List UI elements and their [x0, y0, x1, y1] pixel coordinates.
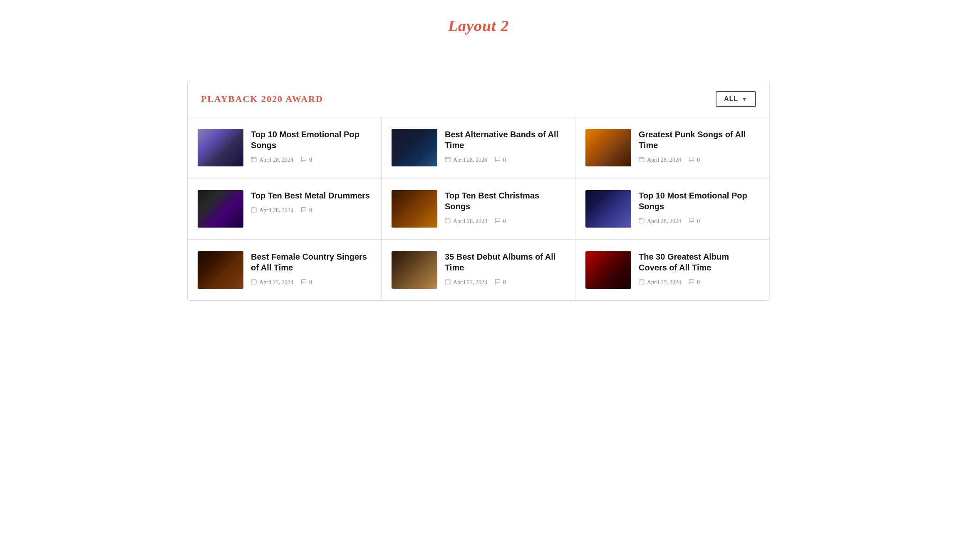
- calendar-icon: [639, 156, 645, 164]
- calendar-icon: [251, 279, 257, 286]
- article-comments: 0: [495, 156, 506, 164]
- article-date: April 28, 2024: [251, 207, 293, 214]
- article-date: April 27, 2024: [639, 279, 681, 286]
- calendar-icon: [445, 156, 451, 164]
- calendar-icon: [445, 279, 451, 286]
- article-card[interactable]: Top Ten Best Metal Drummers April 28, 20…: [188, 178, 382, 240]
- article-thumbnail: [585, 251, 631, 289]
- article-comments: 0: [689, 156, 700, 164]
- article-card[interactable]: 35 Best Debut Albums of All Time April 2…: [382, 240, 575, 300]
- calendar-icon: [251, 156, 257, 164]
- svg-rect-24: [251, 280, 256, 284]
- article-date: April 28, 2024: [445, 156, 487, 164]
- articles-grid: Top 10 Most Emotional Pop Songs April 28…: [188, 117, 769, 300]
- svg-rect-0: [251, 157, 256, 162]
- calendar-icon: [251, 207, 257, 214]
- article-comments: 0: [301, 156, 312, 164]
- article-title: Top Ten Best Christmas Songs: [445, 190, 565, 212]
- comment-icon: [689, 279, 694, 286]
- article-comments: 0: [689, 218, 700, 225]
- article-date: April 28, 2024: [639, 218, 681, 225]
- article-title: Top 10 Most Emotional Pop Songs: [251, 129, 371, 151]
- article-meta: April 27, 2024 0: [445, 279, 565, 286]
- calendar-icon: [445, 218, 451, 225]
- article-title: 35 Best Debut Albums of All Time: [445, 251, 565, 273]
- section-header: PLAYBACK 2020 AWARD ALL ▼: [188, 81, 769, 117]
- article-content: Top 10 Most Emotional Pop Songs April 28…: [251, 129, 371, 164]
- article-meta: April 27, 2024 0: [251, 279, 371, 286]
- article-title: Greatest Punk Songs of All Time: [639, 129, 759, 151]
- article-content: Best Female Country Singers of All Time …: [251, 251, 371, 286]
- svg-rect-28: [445, 280, 450, 284]
- comment-icon: [689, 156, 694, 164]
- article-content: Top Ten Best Christmas Songs April 28, 2…: [445, 190, 565, 225]
- svg-rect-12: [251, 208, 256, 212]
- article-thumbnail: [585, 129, 631, 166]
- article-card[interactable]: Top 10 Most Emotional Pop Songs April 28…: [575, 178, 769, 240]
- article-thumbnail: [392, 190, 437, 228]
- article-card[interactable]: Greatest Punk Songs of All Time April 28…: [575, 117, 769, 178]
- article-title: Top Ten Best Metal Drummers: [251, 190, 371, 201]
- article-thumbnail: [392, 129, 437, 166]
- chevron-down-icon: ▼: [741, 96, 748, 102]
- article-title: Best Female Country Singers of All Time: [251, 251, 371, 273]
- article-card[interactable]: The 30 Greatest Album Covers of All Time…: [575, 240, 769, 300]
- article-date: April 28, 2024: [251, 156, 293, 164]
- article-thumbnail: [198, 251, 243, 289]
- section-wrapper: PLAYBACK 2020 AWARD ALL ▼ Top 10 Most Em…: [187, 81, 770, 301]
- comment-icon: [689, 218, 694, 225]
- article-title: Best Alternative Bands of All Time: [445, 129, 565, 151]
- article-content: Greatest Punk Songs of All Time April 28…: [639, 129, 759, 164]
- article-content: Top Ten Best Metal Drummers April 28, 20…: [251, 190, 371, 214]
- article-meta: April 28, 2024 0: [445, 218, 565, 225]
- article-card[interactable]: Best Alternative Bands of All Time April…: [382, 117, 575, 178]
- svg-rect-16: [445, 218, 450, 223]
- article-meta: April 27, 2024 0: [639, 279, 759, 286]
- page-title: Layout 2: [0, 0, 957, 47]
- svg-rect-4: [445, 157, 450, 162]
- article-content: 35 Best Debut Albums of All Time April 2…: [445, 251, 565, 286]
- comment-icon: [301, 279, 307, 286]
- article-meta: April 28, 2024 0: [251, 207, 371, 214]
- article-content: Best Alternative Bands of All Time April…: [445, 129, 565, 164]
- article-meta: April 28, 2024 0: [251, 156, 371, 164]
- svg-rect-8: [639, 157, 644, 162]
- filter-label: ALL: [724, 95, 738, 103]
- article-date: April 28, 2024: [445, 218, 487, 225]
- article-meta: April 28, 2024 0: [639, 156, 759, 164]
- article-title: Top 10 Most Emotional Pop Songs: [639, 190, 759, 212]
- article-title: The 30 Greatest Album Covers of All Time: [639, 251, 759, 273]
- article-meta: April 28, 2024 0: [445, 156, 565, 164]
- article-card[interactable]: Best Female Country Singers of All Time …: [188, 240, 382, 300]
- article-comments: 0: [301, 207, 312, 214]
- svg-rect-32: [639, 280, 644, 284]
- article-thumbnail: [392, 251, 437, 289]
- article-comments: 0: [495, 218, 506, 225]
- article-card[interactable]: Top 10 Most Emotional Pop Songs April 28…: [188, 117, 382, 178]
- comment-icon: [301, 207, 307, 214]
- section-title: PLAYBACK 2020 AWARD: [201, 94, 323, 104]
- filter-dropdown[interactable]: ALL ▼: [716, 91, 756, 107]
- article-content: Top 10 Most Emotional Pop Songs April 28…: [639, 190, 759, 225]
- article-comments: 0: [495, 279, 506, 286]
- article-card[interactable]: Top Ten Best Christmas Songs April 28, 2…: [382, 178, 575, 240]
- article-date: April 27, 2024: [251, 279, 293, 286]
- comment-icon: [495, 218, 501, 225]
- svg-rect-20: [639, 218, 644, 223]
- article-thumbnail: [198, 190, 243, 228]
- comment-icon: [495, 279, 501, 286]
- comment-icon: [301, 156, 307, 164]
- article-date: April 27, 2024: [445, 279, 487, 286]
- article-content: The 30 Greatest Album Covers of All Time…: [639, 251, 759, 286]
- calendar-icon: [639, 279, 645, 286]
- article-comments: 0: [301, 279, 312, 286]
- comment-icon: [495, 156, 501, 164]
- article-comments: 0: [689, 279, 700, 286]
- article-date: April 28, 2024: [639, 156, 681, 164]
- calendar-icon: [639, 218, 645, 225]
- article-meta: April 28, 2024 0: [639, 218, 759, 225]
- article-thumbnail: [585, 190, 631, 228]
- article-thumbnail: [198, 129, 243, 166]
